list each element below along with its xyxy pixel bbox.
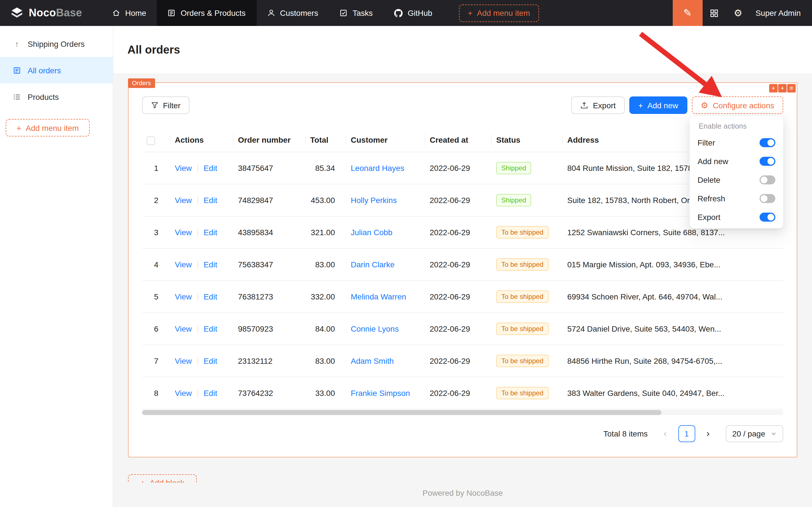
edit-link[interactable]: Edit bbox=[204, 228, 217, 237]
edit-link[interactable]: Edit bbox=[204, 292, 217, 301]
current-user[interactable]: Super Admin bbox=[750, 0, 812, 26]
drag-handle-icon[interactable]: + bbox=[769, 84, 777, 93]
nocobase-logo[interactable]: NocoBase bbox=[0, 0, 102, 26]
export-button[interactable]: Export bbox=[572, 97, 625, 114]
row-index: 3 bbox=[154, 228, 159, 237]
switch-knob bbox=[761, 195, 767, 202]
customer-link[interactable]: Darin Clarke bbox=[351, 260, 395, 269]
table-row: 8 ViewEdit 73764232 33.00 Frankie Simpso… bbox=[142, 377, 783, 409]
settings-button[interactable]: ⚙ bbox=[726, 0, 750, 26]
col-header-total: Total bbox=[306, 128, 346, 152]
customer-link[interactable]: Connie Lyons bbox=[351, 324, 399, 333]
edit-link[interactable]: Edit bbox=[204, 324, 217, 333]
home-icon bbox=[112, 9, 120, 17]
col-header-actions: Actions bbox=[170, 128, 233, 152]
customer-link[interactable]: Adam Smith bbox=[351, 356, 394, 365]
page-header: All orders bbox=[113, 26, 812, 73]
switch-knob bbox=[767, 158, 774, 164]
created-at-cell: 2022-06-29 bbox=[425, 377, 492, 409]
edit-link[interactable]: Edit bbox=[204, 260, 217, 269]
view-link[interactable]: View bbox=[175, 356, 192, 365]
nav-customers[interactable]: Customers bbox=[256, 0, 329, 26]
plus-icon: + bbox=[468, 8, 472, 17]
insert-block-icon[interactable]: + bbox=[778, 84, 787, 93]
plus-icon: + bbox=[140, 478, 145, 483]
divider bbox=[197, 197, 198, 205]
plugin-manager-button[interactable] bbox=[703, 0, 726, 26]
view-link[interactable]: View bbox=[175, 195, 192, 205]
prev-page-button[interactable]: ‹ bbox=[657, 425, 674, 442]
nav-tasks[interactable]: Tasks bbox=[329, 0, 384, 26]
block-settings-icon[interactable]: ≡ bbox=[787, 84, 796, 93]
view-link[interactable]: View bbox=[175, 163, 192, 172]
page-size-select[interactable]: 20 / page bbox=[726, 425, 783, 442]
filter-toggle[interactable] bbox=[760, 138, 775, 147]
filter-button[interactable]: Filter bbox=[142, 97, 189, 114]
created-at-cell: 2022-06-29 bbox=[425, 184, 492, 216]
plus-icon: + bbox=[17, 123, 21, 132]
customer-link[interactable]: Melinda Warren bbox=[351, 292, 406, 301]
add-new-button[interactable]: + Add new bbox=[629, 97, 687, 114]
view-link[interactable]: View bbox=[175, 388, 192, 397]
table-hscrollbar bbox=[142, 410, 783, 415]
created-at-cell: 2022-06-29 bbox=[425, 281, 492, 313]
address-cell: 5724 Daniel Drive, Suite 563, 54403, Wen… bbox=[563, 313, 783, 345]
add-menu-item-button-side[interactable]: + Add menu item bbox=[6, 119, 90, 136]
add-block-clip: + Add block bbox=[128, 474, 197, 483]
total-cell: 83.00 bbox=[306, 345, 346, 377]
sidebar-item-all-orders[interactable]: All orders bbox=[0, 57, 113, 83]
appstore-grid-icon bbox=[710, 9, 719, 17]
menu-item-refresh[interactable]: Refresh bbox=[692, 189, 781, 208]
order-number-cell: 76381273 bbox=[233, 281, 306, 313]
nav-orders-products[interactable]: Orders & Products bbox=[157, 0, 256, 26]
form-icon bbox=[168, 9, 176, 17]
add-block-button[interactable]: + Add block bbox=[128, 474, 197, 483]
add-menu-item-button-top[interactable]: + Add menu item bbox=[459, 4, 539, 22]
menu-item-delete[interactable]: Delete bbox=[692, 170, 781, 189]
select-all-checkbox[interactable] bbox=[147, 136, 155, 145]
customer-link[interactable]: Frankie Simpson bbox=[351, 389, 410, 398]
refresh-toggle[interactable] bbox=[760, 194, 775, 203]
view-link[interactable]: View bbox=[175, 228, 192, 237]
top-menu: Home Orders & Products Customers Tasks bbox=[102, 0, 539, 26]
edit-link[interactable]: Edit bbox=[204, 356, 217, 365]
gear-icon: ⚙ bbox=[701, 101, 708, 109]
row-index: 5 bbox=[154, 292, 159, 301]
next-page-button[interactable]: › bbox=[699, 425, 716, 442]
export-toggle[interactable] bbox=[760, 212, 775, 221]
sidebar-item-shipping-orders[interactable]: ↑ Shipping Orders bbox=[0, 31, 113, 57]
menu-item-add-new[interactable]: Add new bbox=[692, 152, 781, 170]
add-new-toggle[interactable] bbox=[760, 157, 775, 166]
customer-link[interactable]: Julian Cobb bbox=[351, 228, 393, 237]
view-link[interactable]: View bbox=[175, 324, 192, 333]
orders-table: Actions Order number Total Customer Crea… bbox=[142, 128, 783, 409]
nav-home[interactable]: Home bbox=[102, 0, 157, 26]
status-badge: To be shipped bbox=[496, 387, 548, 399]
col-header-customer: Customer bbox=[346, 128, 425, 152]
view-link[interactable]: View bbox=[175, 260, 192, 269]
chevron-down-icon bbox=[771, 431, 776, 437]
hscrollbar-thumb[interactable] bbox=[142, 410, 661, 415]
table-row: 6 ViewEdit 98570923 84.00 Connie Lyons 2… bbox=[142, 313, 783, 345]
edit-link[interactable]: Edit bbox=[204, 195, 217, 205]
edit-link[interactable]: Edit bbox=[204, 388, 217, 397]
page-1-button[interactable]: 1 bbox=[678, 425, 695, 442]
menu-item-filter[interactable]: Filter bbox=[692, 133, 781, 152]
customer-link[interactable]: Holly Perkins bbox=[351, 196, 397, 205]
table-header-row: Actions Order number Total Customer Crea… bbox=[142, 128, 783, 152]
menu-item-export[interactable]: Export bbox=[692, 208, 781, 226]
total-cell: 332.00 bbox=[306, 281, 346, 313]
configure-actions-button[interactable]: ⚙ Configure actions bbox=[692, 97, 783, 114]
chevron-left-icon: ‹ bbox=[664, 428, 667, 439]
customer-link[interactable]: Leonard Hayes bbox=[351, 164, 404, 173]
edit-link[interactable]: Edit bbox=[204, 163, 217, 172]
order-number-cell: 38475647 bbox=[233, 152, 306, 184]
form-icon bbox=[12, 66, 21, 74]
nocobase-logo-icon bbox=[10, 6, 24, 20]
order-number-cell: 43895834 bbox=[233, 216, 306, 248]
view-link[interactable]: View bbox=[175, 292, 192, 301]
delete-toggle[interactable] bbox=[760, 175, 775, 184]
ui-editor-button[interactable]: ✎ bbox=[673, 0, 703, 26]
nav-github[interactable]: GitHub bbox=[384, 0, 443, 26]
sidebar-item-products[interactable]: Products bbox=[0, 83, 113, 110]
